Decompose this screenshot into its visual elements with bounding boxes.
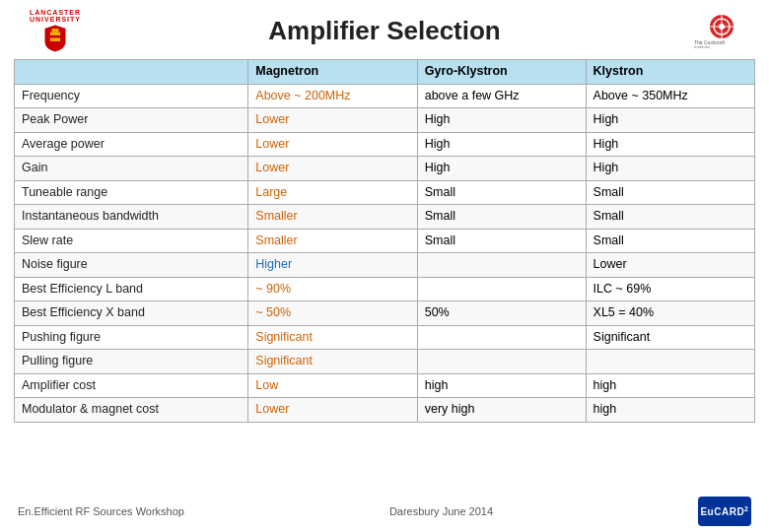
- row-klystron-value: Above ~ 350MHz: [586, 84, 754, 108]
- row-label: Modulator & magnet cost: [15, 398, 248, 423]
- row-klystron-value: high: [586, 398, 754, 423]
- row-klystron-value: High: [586, 132, 754, 157]
- table-row: Amplifier costLowhighhigh: [15, 373, 755, 398]
- table-row: GainLowerHighHigh: [15, 157, 755, 181]
- lancaster-shield-icon: [41, 24, 69, 52]
- row-gyroklystron-value: [417, 350, 586, 374]
- eucard-badge: EuCARD2: [698, 497, 751, 526]
- row-gyroklystron-value: [417, 325, 586, 350]
- row-gyroklystron-value: Small: [417, 180, 586, 205]
- table-row: Peak PowerLowerHighHigh: [15, 108, 755, 133]
- table-row: Tuneable rangeLargeSmallSmall: [15, 180, 755, 205]
- footer-right: Daresbury June 2014: [389, 505, 493, 517]
- row-gyroklystron-value: 50%: [417, 301, 586, 326]
- table-row: Average powerLowerHighHigh: [15, 132, 755, 157]
- row-label: Amplifier cost: [15, 373, 248, 398]
- row-klystron-value: Small: [586, 180, 754, 205]
- lancaster-logo: LANCASTER UNIVERSITY: [16, 9, 105, 52]
- page-title: Amplifier Selection: [105, 16, 664, 46]
- row-label: Average power: [15, 132, 248, 157]
- row-label: Pushing figure: [15, 325, 248, 350]
- row-magnetron-value: Smaller: [248, 229, 417, 253]
- row-magnetron-value: Large: [248, 180, 417, 205]
- col-header-klystron: Klystron: [586, 60, 754, 85]
- row-magnetron-value: ~ 90%: [248, 277, 417, 301]
- table-row: Noise figureHigherLower: [15, 253, 755, 278]
- row-klystron-value: High: [586, 108, 754, 133]
- table-row: Pulling figureSignificant: [15, 350, 755, 374]
- row-label: Best Efficiency X band: [15, 301, 248, 326]
- table-row: Slew rateSmallerSmallSmall: [15, 229, 755, 253]
- table-row: Instantaneous bandwidthSmallerSmallSmall: [15, 205, 755, 230]
- row-label: Frequency: [15, 84, 248, 108]
- row-gyroklystron-value: [417, 253, 586, 278]
- row-magnetron-value: Smaller: [248, 205, 417, 230]
- table-row: Best Efficiency L band~ 90%ILC ~ 69%: [15, 277, 755, 301]
- row-label: Pulling figure: [15, 350, 248, 374]
- row-klystron-value: Significant: [586, 325, 754, 350]
- row-label: Instantaneous bandwidth: [15, 205, 248, 230]
- row-magnetron-value: Low: [248, 373, 417, 398]
- row-magnetron-value: Lower: [248, 157, 417, 181]
- row-magnetron-value: Lower: [248, 132, 417, 157]
- row-label: Slew rate: [15, 229, 248, 253]
- row-magnetron-value: Lower: [248, 398, 417, 423]
- col-header-magnetron: Magnetron: [248, 60, 417, 85]
- col-header-label: [15, 60, 248, 85]
- col-header-gyroklystron: Gyro-Klystron: [417, 60, 586, 85]
- row-gyroklystron-value: very high: [417, 398, 586, 423]
- cockcroft-icon: The Cockcroft Institute: [690, 13, 737, 48]
- row-gyroklystron-value: high: [417, 373, 586, 398]
- row-magnetron-value: Significant: [248, 350, 417, 374]
- row-klystron-value: Lower: [586, 253, 754, 278]
- row-klystron-value: ILC ~ 69%: [586, 277, 754, 301]
- row-label: Best Efficiency L band: [15, 277, 248, 301]
- cockcroft-logo: The Cockcroft Institute: [664, 9, 753, 52]
- comparison-table: Magnetron Gyro-Klystron Klystron Frequen…: [14, 59, 755, 423]
- row-magnetron-value: Significant: [248, 325, 417, 350]
- row-gyroklystron-value: Small: [417, 229, 586, 253]
- footer-left: En.Efficient RF Sources Workshop: [18, 505, 184, 517]
- table-row: Pushing figureSignificantSignificant: [15, 325, 755, 350]
- row-klystron-value: [586, 350, 754, 374]
- row-magnetron-value: Lower: [248, 108, 417, 133]
- table-row: Modulator & magnet costLowervery highhig…: [15, 398, 755, 423]
- table-row: Best Efficiency X band~ 50%50%XL5 = 40%: [15, 301, 755, 326]
- row-gyroklystron-value: High: [417, 132, 586, 157]
- row-magnetron-value: ~ 50%: [248, 301, 417, 326]
- row-gyroklystron-value: High: [417, 108, 586, 133]
- row-magnetron-value: Above ~ 200MHz: [248, 84, 417, 108]
- row-label: Noise figure: [15, 253, 248, 278]
- row-klystron-value: Small: [586, 229, 754, 253]
- row-klystron-value: High: [586, 157, 754, 181]
- row-gyroklystron-value: above a few GHz: [417, 84, 586, 108]
- row-klystron-value: XL5 = 40%: [586, 301, 754, 326]
- row-klystron-value: Small: [586, 205, 754, 230]
- row-gyroklystron-value: High: [417, 157, 586, 181]
- row-label: Peak Power: [15, 108, 248, 133]
- row-gyroklystron-value: [417, 277, 586, 301]
- row-klystron-value: high: [586, 373, 754, 398]
- table-row: FrequencyAbove ~ 200MHzabove a few GHzAb…: [15, 84, 755, 108]
- row-label: Gain: [15, 157, 248, 181]
- row-label: Tuneable range: [15, 180, 248, 205]
- svg-text:Institute: Institute: [694, 45, 710, 48]
- row-gyroklystron-value: Small: [417, 205, 586, 230]
- row-magnetron-value: Higher: [248, 253, 417, 278]
